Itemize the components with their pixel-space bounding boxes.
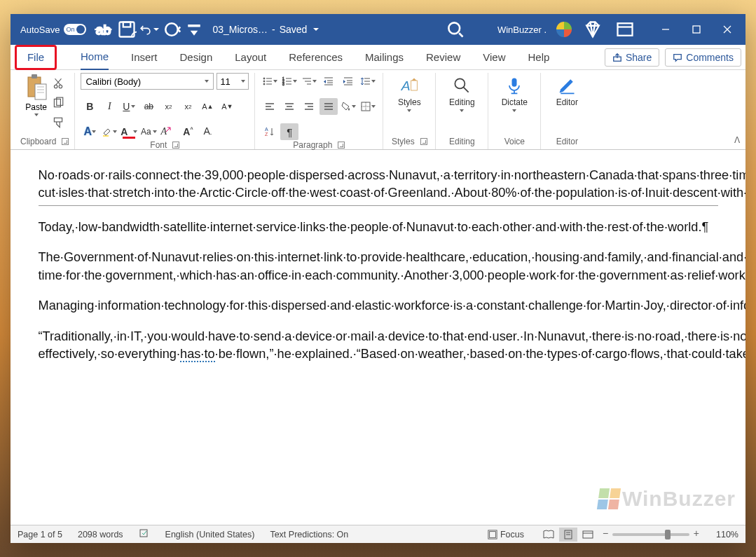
copy-icon[interactable] bbox=[52, 97, 64, 109]
maximize-button[interactable] bbox=[681, 14, 712, 45]
grow-font-button[interactable]: A▲ bbox=[198, 98, 217, 115]
align-center-button[interactable] bbox=[280, 98, 298, 115]
show-hide-button[interactable]: ¶ bbox=[280, 123, 298, 140]
tab-insert[interactable]: Insert bbox=[131, 45, 158, 70]
zoom-in-icon[interactable]: + bbox=[694, 528, 699, 539]
collapse-ribbon-icon[interactable]: ᐱ bbox=[734, 135, 740, 145]
save-icon[interactable] bbox=[117, 20, 137, 39]
paragraph[interactable]: Managing·information·technology·for·this… bbox=[39, 297, 718, 315]
svg-rect-85 bbox=[490, 531, 496, 537]
font-launcher-icon[interactable] bbox=[172, 142, 179, 149]
styles-launcher-icon[interactable] bbox=[420, 138, 427, 145]
enclose-char-button[interactable]: Aˇ bbox=[198, 123, 217, 140]
clear-formatting-button[interactable]: A bbox=[159, 123, 177, 140]
font-name-select[interactable]: Calibri (Body) bbox=[81, 73, 214, 90]
document-area[interactable]: No·roads·or·rails·connect·the·39,000·peo… bbox=[11, 150, 745, 525]
ribbon-display-icon[interactable] bbox=[615, 20, 635, 39]
multilevel-button[interactable] bbox=[300, 73, 318, 90]
font-size-select[interactable]: 11 bbox=[217, 73, 249, 90]
print-layout-icon[interactable] bbox=[559, 528, 577, 542]
qat-customize-icon[interactable] bbox=[184, 20, 204, 39]
increase-indent-button[interactable] bbox=[339, 73, 357, 90]
svg-marker-6 bbox=[191, 31, 198, 36]
line-spacing-button[interactable] bbox=[359, 73, 377, 90]
read-mode-icon[interactable] bbox=[539, 528, 558, 542]
word-count[interactable]: 2098 words bbox=[78, 530, 123, 539]
comments-button[interactable]: Comments bbox=[665, 48, 741, 67]
paste-dropdown-icon[interactable] bbox=[34, 114, 39, 116]
strikethrough-quick-icon[interactable]: ab bbox=[95, 20, 114, 39]
share-button[interactable]: Share bbox=[605, 48, 659, 67]
tab-home[interactable]: Home bbox=[81, 45, 109, 70]
shrink-font-button[interactable]: A▼ bbox=[218, 98, 236, 115]
highlight-button[interactable] bbox=[100, 123, 118, 140]
bold-button[interactable]: B bbox=[81, 98, 99, 115]
diamond-icon[interactable] bbox=[583, 20, 603, 39]
paragraph[interactable]: “Traditionally,·in·IT,·you·would·have·to… bbox=[39, 328, 718, 364]
tab-review[interactable]: Review bbox=[426, 45, 460, 70]
tab-design[interactable]: Design bbox=[180, 45, 213, 70]
svg-point-7 bbox=[448, 22, 460, 34]
paste-icon[interactable] bbox=[25, 73, 48, 101]
zoom-slider[interactable]: − + bbox=[612, 533, 689, 536]
clipboard-launcher-icon[interactable] bbox=[62, 138, 69, 145]
tab-file[interactable]: File bbox=[15, 45, 57, 70]
editing-button[interactable]: Editing bbox=[441, 73, 482, 115]
styles-button[interactable]: A Styles bbox=[389, 73, 429, 115]
account-name[interactable]: WinBuzzer . bbox=[497, 25, 547, 35]
text-effects-button[interactable]: A bbox=[81, 123, 99, 140]
zoom-thumb[interactable] bbox=[665, 530, 671, 539]
font-color-button[interactable]: A bbox=[120, 123, 138, 140]
group-editing: Editing Editing bbox=[436, 73, 488, 149]
sort-button[interactable]: AZ bbox=[261, 123, 279, 140]
char-shading-button[interactable]: A^ bbox=[179, 123, 197, 140]
cut-icon[interactable] bbox=[52, 77, 64, 90]
superscript-button[interactable]: x2 bbox=[179, 98, 197, 115]
tab-view[interactable]: View bbox=[483, 45, 505, 70]
grammar-squiggle[interactable]: has·to bbox=[180, 347, 215, 362]
paragraph[interactable]: Today,·low-bandwidth·satellite·internet·… bbox=[39, 219, 718, 236]
strikethrough-button[interactable]: ab bbox=[139, 98, 158, 115]
redo-icon[interactable] bbox=[162, 20, 181, 39]
paragraph[interactable]: The·Government·of·Nunavut·relies·on·this… bbox=[39, 249, 718, 284]
tab-mailings[interactable]: Mailings bbox=[365, 45, 404, 70]
close-button[interactable] bbox=[712, 14, 743, 45]
italic-button[interactable]: I bbox=[100, 98, 118, 115]
avatar-icon[interactable] bbox=[556, 22, 572, 37]
underline-button[interactable]: U bbox=[120, 98, 138, 115]
svg-rect-5 bbox=[188, 25, 201, 27]
page-indicator[interactable]: Page 1 of 5 bbox=[18, 530, 62, 539]
tab-help[interactable]: Help bbox=[528, 45, 549, 70]
decrease-indent-button[interactable] bbox=[319, 73, 338, 90]
align-right-button[interactable] bbox=[300, 98, 318, 115]
justify-button[interactable] bbox=[319, 98, 338, 115]
numbering-button[interactable]: 123 bbox=[280, 73, 298, 90]
borders-button[interactable] bbox=[359, 98, 377, 115]
focus-mode[interactable]: Focus bbox=[488, 530, 524, 539]
subscript-button[interactable]: x2 bbox=[159, 98, 177, 115]
paragraph[interactable]: No·roads·or·rails·connect·the·39,000·peo… bbox=[39, 167, 718, 202]
minimize-button[interactable] bbox=[650, 14, 681, 45]
tab-layout[interactable]: Layout bbox=[235, 45, 266, 70]
group-voice: Dictate Voice bbox=[488, 73, 541, 149]
editor-button[interactable]: Editor bbox=[547, 73, 587, 110]
dictate-button[interactable]: Dictate bbox=[494, 73, 535, 115]
undo-icon[interactable] bbox=[139, 20, 159, 39]
document-title[interactable]: 03_Micros… - Saved bbox=[212, 24, 319, 35]
web-layout-icon[interactable] bbox=[579, 528, 597, 542]
tab-references[interactable]: References bbox=[289, 45, 343, 70]
shading-button[interactable] bbox=[339, 98, 357, 115]
zoom-out-icon[interactable]: − bbox=[603, 528, 608, 539]
autosave-toggle[interactable]: AutoSave On bbox=[20, 24, 86, 35]
bullets-button[interactable] bbox=[261, 73, 279, 90]
spellcheck-icon[interactable] bbox=[139, 528, 150, 541]
ribbon: Paste Clipboard Calibri (Body) 11 B bbox=[11, 70, 745, 150]
search-icon[interactable] bbox=[446, 20, 465, 39]
language-indicator[interactable]: English (United States) bbox=[165, 530, 255, 539]
format-painter-icon[interactable] bbox=[52, 116, 64, 129]
change-case-button[interactable]: Aa bbox=[139, 123, 158, 140]
paragraph-launcher-icon[interactable] bbox=[338, 142, 345, 149]
text-predictions[interactable]: Text Predictions: On bbox=[270, 530, 348, 539]
align-left-button[interactable] bbox=[261, 98, 279, 115]
zoom-level[interactable]: 110% bbox=[716, 530, 738, 539]
